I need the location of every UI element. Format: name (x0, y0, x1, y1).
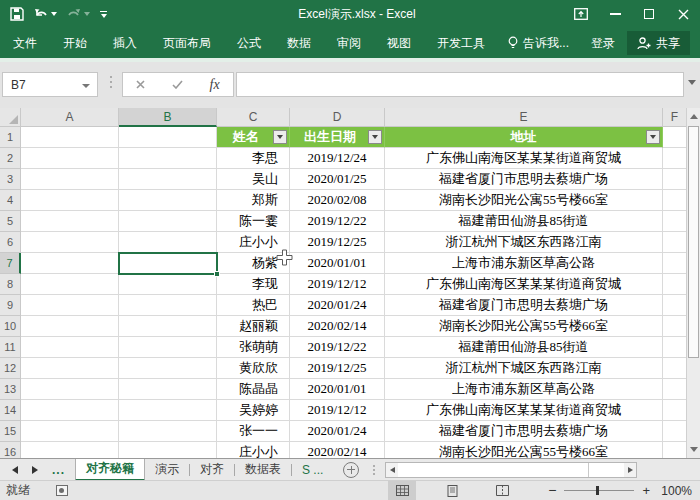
expand-formula-bar-icon[interactable] (688, 80, 696, 85)
table-header-address[interactable]: 地址 (385, 127, 663, 148)
cell[interactable]: 2020/02/14 (290, 316, 385, 337)
sheet-tab[interactable]: 演示 (145, 459, 189, 481)
redo-button[interactable] (67, 8, 90, 20)
cell[interactable]: 2020/02/08 (290, 190, 385, 211)
row-header[interactable]: 4 (0, 190, 21, 211)
enter-check-icon[interactable] (172, 80, 183, 89)
row-header[interactable]: 8 (0, 274, 21, 295)
tab-insert[interactable]: 插入 (100, 28, 150, 58)
cell[interactable]: 吴婷婷 (217, 400, 290, 421)
zoom-level-button[interactable]: 100% (660, 484, 700, 498)
zoom-slider[interactable] (564, 490, 634, 491)
sheet-tab[interactable]: S ... (292, 459, 333, 481)
cell[interactable]: 张一一 (217, 421, 290, 442)
cell[interactable]: 广东佛山南海区某某某街道商贸城 (385, 148, 663, 169)
save-icon[interactable] (10, 7, 24, 21)
row-header[interactable]: 14 (0, 400, 21, 421)
cell[interactable]: 2020/01/01 (290, 253, 385, 274)
next-sheet-icon[interactable] (32, 466, 38, 474)
cell[interactable]: 浙江杭州下城区东西路江南 (385, 232, 663, 253)
close-button[interactable] (666, 0, 700, 28)
column-header-a[interactable]: A (21, 108, 119, 127)
cell[interactable]: 陈一霎 (217, 211, 290, 232)
cell[interactable]: 李现 (217, 274, 290, 295)
column-header-b[interactable]: B (119, 108, 217, 127)
column-header-e[interactable]: E (385, 108, 663, 127)
page-layout-view-button[interactable] (438, 481, 466, 500)
column-header-d[interactable]: D (290, 108, 385, 127)
filter-dropdown-icon[interactable] (368, 130, 382, 144)
tab-view[interactable]: 视图 (374, 28, 424, 58)
row-header[interactable]: 1 (0, 127, 21, 148)
cell[interactable]: 2020/01/01 (290, 379, 385, 400)
tab-review[interactable]: 审阅 (324, 28, 374, 58)
more-sheets-button[interactable]: ... (52, 463, 65, 477)
maximize-button[interactable] (632, 0, 666, 28)
cell[interactable]: 2019/12/12 (290, 400, 385, 421)
cell[interactable]: 陈晶晶 (217, 379, 290, 400)
cell[interactable]: 2019/12/22 (290, 337, 385, 358)
row-header[interactable]: 13 (0, 379, 21, 400)
zoom-slider-thumb[interactable] (596, 486, 599, 495)
cancel-icon[interactable] (136, 80, 145, 89)
cell[interactable]: 2019/12/24 (290, 148, 385, 169)
column-header-c[interactable]: C (217, 108, 290, 127)
column-f-cells[interactable] (663, 127, 686, 458)
cell[interactable]: 福建莆田仙游县85街道 (385, 337, 663, 358)
cell[interactable]: 李思 (217, 148, 290, 169)
undo-dropdown-icon[interactable] (51, 12, 57, 16)
column-b-cells[interactable] (119, 127, 217, 458)
vertical-scrollbar[interactable] (686, 108, 700, 458)
tell-me-box[interactable]: 告诉我... (498, 35, 579, 52)
cell[interactable]: 浙江杭州下城区东西路江南 (385, 358, 663, 379)
cell[interactable]: 广东佛山南海区某某某街道商贸城 (385, 400, 663, 421)
page-break-view-button[interactable] (488, 481, 516, 500)
formula-input[interactable] (236, 72, 684, 97)
select-all-corner[interactable] (0, 108, 21, 127)
cell[interactable]: 2019/12/25 (290, 232, 385, 253)
cell[interactable]: 湖南长沙阳光公寓55号楼66室 (385, 442, 663, 458)
tab-data[interactable]: 数据 (274, 28, 324, 58)
tab-developer[interactable]: 开发工具 (424, 28, 498, 58)
sheet-tab-active[interactable]: 对齐秘籍 (75, 459, 145, 481)
table-header-name[interactable]: 姓名 (217, 127, 290, 148)
undo-button[interactable] (34, 8, 57, 20)
tab-page-layout[interactable]: 页面布局 (150, 28, 224, 58)
sign-in-button[interactable]: 登录 (579, 35, 627, 52)
cell[interactable]: 福建省厦门市思明去蔡塘广场 (385, 169, 663, 190)
cell[interactable]: 上海市浦东新区草高公路 (385, 253, 663, 274)
normal-view-button[interactable] (388, 481, 416, 500)
row-header[interactable]: 16 (0, 442, 21, 458)
row-header[interactable]: 6 (0, 232, 21, 253)
cell[interactable]: 2020/02/14 (290, 442, 385, 458)
scroll-down-icon[interactable] (687, 441, 700, 458)
row-header[interactable]: 9 (0, 295, 21, 316)
cell[interactable]: 上海市浦东新区草高公路 (385, 379, 663, 400)
cell[interactable]: 2019/12/22 (290, 211, 385, 232)
tab-file[interactable]: 文件 (0, 28, 50, 58)
minimize-button[interactable] (598, 0, 632, 28)
cell[interactable]: 热巴 (217, 295, 290, 316)
scroll-left-icon[interactable] (386, 463, 398, 477)
cell[interactable]: 2020/01/24 (290, 421, 385, 442)
row-header[interactable]: 3 (0, 169, 21, 190)
scroll-right-icon[interactable] (624, 463, 636, 477)
cell[interactable]: 赵丽颖 (217, 316, 290, 337)
macro-record-icon[interactable] (56, 485, 68, 496)
customize-qat-button[interactable] (100, 11, 107, 18)
horizontal-scrollbar[interactable] (385, 462, 637, 478)
cell[interactable]: 张萌萌 (217, 337, 290, 358)
row-header-selected[interactable]: 7 (0, 253, 21, 274)
new-sheet-icon[interactable] (343, 462, 359, 478)
cell[interactable]: 2020/01/25 (290, 169, 385, 190)
cell[interactable]: 庄小小 (217, 442, 290, 458)
table-header-birth-date[interactable]: 出生日期 (290, 127, 385, 148)
tab-formulas[interactable]: 公式 (224, 28, 274, 58)
row-header[interactable]: 5 (0, 211, 21, 232)
vertical-scrollbar-thumb[interactable] (688, 126, 699, 358)
cell[interactable]: 广东佛山南海区某某某街道商贸城 (385, 274, 663, 295)
filter-dropdown-icon[interactable] (273, 130, 287, 144)
row-header[interactable]: 11 (0, 337, 21, 358)
cell[interactable]: 吴山 (217, 169, 290, 190)
insert-function-button[interactable]: fx (210, 77, 220, 93)
